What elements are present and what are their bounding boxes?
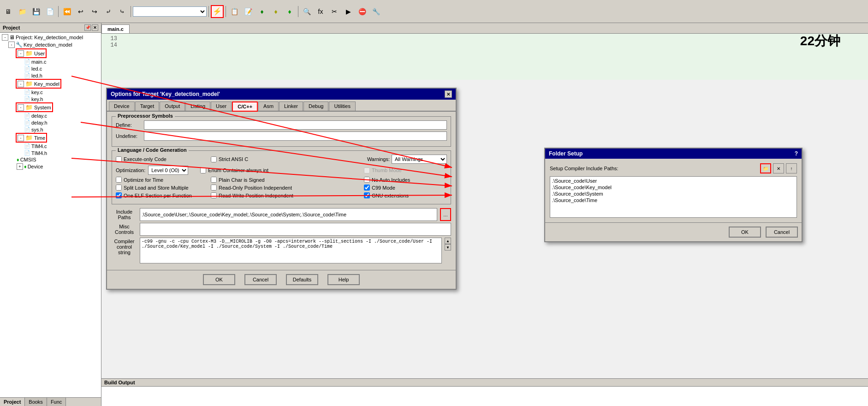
toolbar-btn-10[interactable]: 📋: [228, 5, 241, 18]
tab-utilities[interactable]: Utilities: [329, 102, 355, 111]
compiler-scroll-down[interactable]: ▼: [445, 244, 451, 251]
project-dropdown[interactable]: Key_detection_model: [133, 6, 207, 17]
tree-group-keymodel[interactable]: - 📁 Key_model: [16, 79, 61, 89]
c99-cb[interactable]: [364, 185, 370, 191]
undefine-input[interactable]: [144, 131, 447, 141]
tree-group-system[interactable]: - 📁 System: [16, 102, 53, 112]
tab-linker[interactable]: Linker: [279, 102, 303, 111]
optimize-time-cb[interactable]: [116, 177, 122, 183]
tree-file-tim4c[interactable]: 📄TIM4.c: [23, 143, 100, 149]
options-ok-btn[interactable]: OK: [203, 274, 235, 285]
options-help-btn[interactable]: Help: [327, 274, 360, 285]
tab-user[interactable]: User: [211, 102, 232, 111]
toolbar-btn-15[interactable]: 🔍: [300, 5, 313, 18]
include-paths-browse-btn[interactable]: …: [440, 208, 451, 221]
compiler-control-textarea[interactable]: -c99 -gnu -c -cpu Cortex-M3 -D__MICROLIB…: [140, 238, 442, 263]
misc-controls-input[interactable]: [140, 223, 451, 236]
tab-target[interactable]: Target: [135, 102, 160, 111]
toolbar-btn-11[interactable]: 📝: [242, 5, 255, 18]
toolbar-btn-19[interactable]: ⛔: [356, 5, 369, 18]
toolbar-btn-3[interactable]: 💾: [30, 5, 42, 18]
plain-char-cb[interactable]: [211, 177, 217, 183]
tree-file-ledh[interactable]: 📄led.h: [23, 72, 100, 79]
no-auto-cb[interactable]: [364, 177, 370, 183]
define-input[interactable]: [144, 120, 447, 130]
tab-device[interactable]: Device: [109, 102, 135, 111]
compiler-scroll-up[interactable]: ▲: [445, 238, 451, 244]
toolbar-btn-6[interactable]: ↩: [74, 5, 87, 18]
sidebar-pin-btn[interactable]: 📌: [84, 24, 91, 31]
toolbar-btn-20[interactable]: 🔧: [369, 5, 382, 18]
split-load-cb[interactable]: [116, 185, 122, 191]
toolbar-btn-12[interactable]: ♦: [256, 5, 268, 18]
device-expand[interactable]: +: [17, 163, 23, 170]
tree-file-keyc[interactable]: 📄key.c: [23, 89, 100, 96]
tree-file-delayc[interactable]: 📄delay.c: [23, 112, 100, 119]
keymodel-group-row[interactable]: - 📁 Key_model: [1, 79, 100, 89]
tab-debug[interactable]: Debug: [303, 102, 328, 111]
time-expand[interactable]: -: [18, 135, 24, 141]
tree-file-mainc[interactable]: 📄main.c: [23, 58, 100, 65]
tree-group-time[interactable]: - 📁 Time: [16, 133, 47, 143]
project-expand[interactable]: -: [8, 42, 15, 48]
sidebar-close-btn[interactable]: ✕: [92, 24, 98, 31]
toolbar-btn-5[interactable]: ⏪: [60, 5, 73, 18]
tree-file-tim4h[interactable]: 📄TIM4.h: [23, 149, 100, 156]
tab-project[interactable]: Project: [0, 398, 25, 406]
one-elf-cb[interactable]: [116, 192, 122, 198]
enum-container-cb[interactable]: [200, 167, 206, 173]
options-close-btn[interactable]: ✕: [445, 90, 452, 98]
options-cancel-btn[interactable]: Cancel: [244, 274, 277, 285]
file-tab-mainc[interactable]: main.c: [101, 24, 130, 33]
tree-file-keyh[interactable]: 📄key.h: [23, 96, 100, 102]
toolbar-btn-18[interactable]: ▶: [342, 5, 355, 18]
thumb-mode-cb[interactable]: [364, 167, 370, 173]
options-defaults-btn[interactable]: Defaults: [286, 274, 318, 285]
tab-cc[interactable]: C/C++: [232, 102, 258, 112]
tree-device[interactable]: +♦Device: [16, 163, 100, 170]
folder-new-btn[interactable]: 📁: [760, 163, 771, 173]
folder-ok-btn[interactable]: OK: [729, 227, 761, 238]
readonly-cb[interactable]: [211, 185, 217, 191]
keymodel-expand[interactable]: -: [18, 81, 24, 87]
toolbar-btn-13[interactable]: ♦: [269, 5, 282, 18]
tab-func[interactable]: Func: [47, 398, 66, 406]
readwrite-cb[interactable]: [211, 192, 217, 198]
tree-cmsis[interactable]: ♦CMSIS: [16, 156, 100, 163]
warnings-dropdown[interactable]: All Warnings: [392, 155, 447, 164]
time-group-row[interactable]: - 📁 Time: [1, 133, 100, 143]
toolbar-btn-7[interactable]: ↪: [88, 5, 101, 18]
toolbar-btn-2[interactable]: 📁: [16, 5, 29, 18]
user-expand[interactable]: -: [18, 50, 24, 57]
gnu-ext-cb[interactable]: [364, 192, 370, 198]
tree-project[interactable]: - 🔧 Key_detection_model: [1, 41, 100, 48]
tree-root[interactable]: - 🖥 Project: Key_detection_model: [1, 34, 100, 41]
toolbar-btn-17[interactable]: ✂: [328, 5, 341, 18]
toolbar-btn-9[interactable]: ⤷: [116, 5, 129, 18]
tree-file-sysh[interactable]: 📄sys.h: [23, 126, 100, 133]
tab-output[interactable]: Output: [160, 102, 185, 111]
user-group-row[interactable]: - 📁 User: [1, 48, 100, 58]
tab-listing[interactable]: Listing: [185, 102, 210, 111]
tab-books[interactable]: Books: [25, 398, 47, 406]
toolbar-btn-14[interactable]: ♦: [283, 5, 296, 18]
folder-cancel-btn[interactable]: Cancel: [766, 227, 798, 238]
tree-file-ledc[interactable]: 📄led.c: [23, 65, 100, 72]
root-expand[interactable]: -: [2, 34, 8, 41]
execute-only-cb[interactable]: [116, 156, 122, 162]
include-paths-input[interactable]: [140, 208, 437, 221]
tree-file-delayh[interactable]: 📄delay.h: [23, 119, 100, 126]
tab-asm[interactable]: Asm: [258, 102, 279, 111]
toolbar-btn-1[interactable]: 🖥: [2, 5, 15, 18]
tree-group-user[interactable]: - 📁 User: [16, 48, 47, 58]
folder-delete-btn[interactable]: ✕: [773, 163, 784, 173]
folder-up-btn[interactable]: ↑: [786, 163, 797, 173]
toolbar-btn-16[interactable]: fx: [314, 5, 327, 18]
strict-ansi-cb[interactable]: [211, 156, 217, 162]
toolbar-btn-8[interactable]: ⤶: [102, 5, 115, 18]
system-group-row[interactable]: - 📁 System: [1, 102, 100, 112]
toolbar-btn-4[interactable]: 📄: [43, 5, 56, 18]
magic-wand-btn[interactable]: ⚡: [211, 5, 224, 18]
system-expand[interactable]: -: [18, 104, 24, 111]
opt-dropdown[interactable]: Level 0 (O0): [148, 166, 188, 175]
